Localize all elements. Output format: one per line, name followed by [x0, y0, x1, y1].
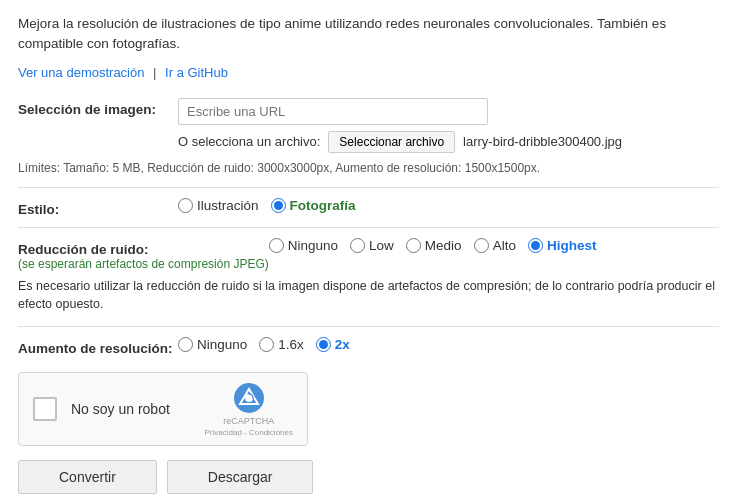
resolution-radio-group: Ninguno 1.6x 2x: [178, 337, 350, 352]
noise-description: Es necesario utilizar la reducción de ru…: [18, 277, 719, 315]
recaptcha-logo-icon: [233, 382, 265, 414]
recaptcha-widget[interactable]: No soy un robot reCAPTCHA Privacidad - C…: [18, 372, 308, 446]
noise-option-highest[interactable]: Highest: [528, 238, 597, 253]
links-row: Ver una demostración | Ir a GitHub: [18, 65, 719, 80]
noise-radio-highest[interactable]: [528, 238, 543, 253]
image-selection-label: Selección de imagen:: [18, 98, 178, 117]
noise-label: Reducción de ruido:: [18, 238, 269, 257]
noise-option-alto[interactable]: Alto: [474, 238, 516, 253]
limits-text: Límites: Tamaño: 5 MB, Reducción de ruid…: [18, 161, 719, 175]
resolution-radio-1x6[interactable]: [259, 337, 274, 352]
url-input[interactable]: [178, 98, 488, 125]
style-radio-group: Ilustración Fotografía: [178, 198, 356, 213]
style-option-ilustracion[interactable]: Ilustración: [178, 198, 259, 213]
button-row: Convertir Descargar: [18, 460, 719, 494]
noise-option-low[interactable]: Low: [350, 238, 394, 253]
divider-3: [18, 326, 719, 327]
description-text: Mejora la resolución de ilustraciones de…: [18, 14, 719, 55]
or-select-text: O selecciona un archivo:: [178, 134, 320, 149]
style-label-fotografia: Fotografía: [290, 198, 356, 213]
noise-option-medio[interactable]: Medio: [406, 238, 462, 253]
noise-radio-group: Ninguno Low Medio Alto Highest: [269, 238, 597, 253]
resolution-label-1x6: 1.6x: [278, 337, 304, 352]
style-label-ilustracion: Ilustración: [197, 198, 259, 213]
noise-radio-low[interactable]: [350, 238, 365, 253]
github-link[interactable]: Ir a GitHub: [165, 65, 228, 80]
resolution-option-1x6[interactable]: 1.6x: [259, 337, 304, 352]
resolution-label-2x: 2x: [335, 337, 350, 352]
noise-label-medio: Medio: [425, 238, 462, 253]
divider-1: [18, 187, 719, 188]
style-option-fotografia[interactable]: Fotografía: [271, 198, 356, 213]
resolution-label-ninguno: Ninguno: [197, 337, 247, 352]
descargar-button[interactable]: Descargar: [167, 460, 314, 494]
noise-radio-medio[interactable]: [406, 238, 421, 253]
captcha-checkbox[interactable]: [33, 397, 57, 421]
noise-label-low: Low: [369, 238, 394, 253]
noise-main-row: Reducción de ruido: (se esperarán artefa…: [18, 238, 719, 271]
style-radio-fotografia[interactable]: [271, 198, 286, 213]
resolution-option-2x[interactable]: 2x: [316, 337, 350, 352]
resolution-radio-ninguno[interactable]: [178, 337, 193, 352]
resolution-label: Aumento de resolución:: [18, 337, 178, 356]
noise-label-block: Reducción de ruido: (se esperarán artefa…: [18, 238, 269, 271]
noise-label-alto: Alto: [493, 238, 516, 253]
noise-sublabel: (se esperarán artefactos de compresión J…: [18, 257, 269, 271]
recaptcha-brand: reCAPTCHA: [223, 416, 274, 426]
noise-radio-ninguno[interactable]: [269, 238, 284, 253]
noise-option-ninguno[interactable]: Ninguno: [269, 238, 338, 253]
resolution-row: Aumento de resolución: Ninguno 1.6x 2x: [18, 337, 719, 356]
style-radio-ilustracion[interactable]: [178, 198, 193, 213]
filename-display: larry-bird-dribble300400.jpg: [463, 134, 622, 149]
style-row: Estilo: Ilustración Fotografía: [18, 198, 719, 217]
resolution-radio-2x[interactable]: [316, 337, 331, 352]
noise-label-ninguno: Ninguno: [288, 238, 338, 253]
convertir-button[interactable]: Convertir: [18, 460, 157, 494]
image-selection-row: Selección de imagen: O selecciona un arc…: [18, 98, 719, 153]
style-label: Estilo:: [18, 198, 178, 217]
demo-link[interactable]: Ver una demostración: [18, 65, 144, 80]
recaptcha-links: Privacidad - Condiciones: [205, 428, 294, 437]
link-separator: |: [153, 65, 156, 80]
noise-radio-alto[interactable]: [474, 238, 489, 253]
noise-section: Reducción de ruido: (se esperarán artefa…: [18, 238, 719, 315]
divider-2: [18, 227, 719, 228]
captcha-label: No soy un robot: [71, 401, 191, 417]
file-select-button[interactable]: Seleccionar archivo: [328, 131, 455, 153]
captcha-logo-area: reCAPTCHA Privacidad - Condiciones: [205, 382, 294, 437]
noise-label-highest: Highest: [547, 238, 597, 253]
resolution-option-ninguno[interactable]: Ninguno: [178, 337, 247, 352]
